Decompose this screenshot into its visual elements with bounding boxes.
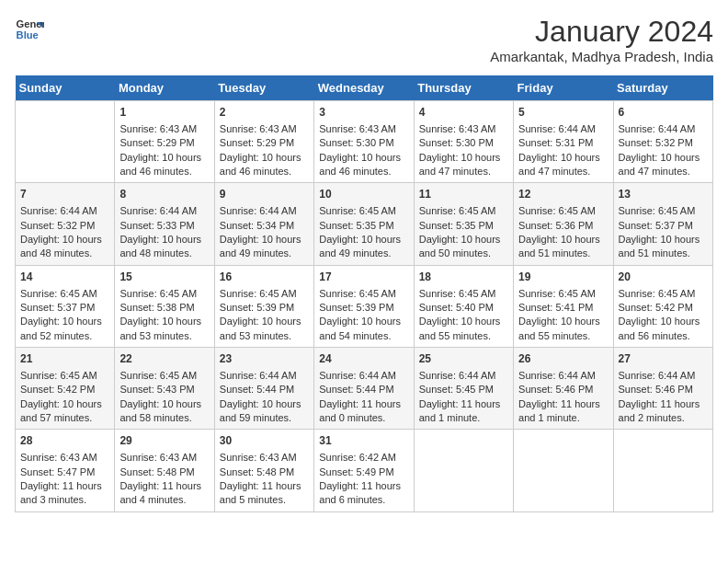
day-info: Sunrise: 6:45 AM — [319, 287, 408, 301]
day-info: Sunrise: 6:44 AM — [319, 369, 408, 383]
day-info: Sunrise: 6:45 AM — [619, 204, 708, 218]
day-info: and 56 minutes. — [619, 329, 708, 343]
day-info: Sunrise: 6:44 AM — [518, 122, 608, 136]
day-info: and 49 minutes. — [319, 247, 408, 260]
day-info: Daylight: 11 hours — [518, 397, 608, 411]
day-number: 25 — [419, 351, 508, 367]
day-info: Sunrise: 6:42 AM — [319, 451, 408, 465]
title-block: January 2024 Amarkantak, Madhya Pradesh,… — [490, 15, 713, 64]
day-info: Sunrise: 6:43 AM — [119, 122, 209, 136]
calendar-cell: 28Sunrise: 6:43 AMSunset: 5:47 PMDayligh… — [16, 430, 115, 511]
day-info: Daylight: 10 hours — [518, 233, 608, 247]
day-info: and 57 minutes. — [20, 411, 109, 425]
day-info: Sunrise: 6:44 AM — [220, 369, 309, 383]
day-info: Daylight: 10 hours — [20, 397, 109, 411]
day-info: and 51 minutes. — [518, 247, 608, 260]
day-number: 29 — [119, 433, 209, 449]
day-info: Sunset: 5:40 PM — [419, 301, 508, 315]
day-number: 27 — [619, 351, 708, 367]
day-number: 21 — [20, 351, 109, 367]
column-header-saturday: Saturday — [613, 75, 712, 101]
calendar-cell: 18Sunrise: 6:45 AMSunset: 5:40 PMDayligh… — [414, 265, 513, 347]
column-header-thursday: Thursday — [414, 75, 513, 101]
day-info: Daylight: 11 hours — [319, 479, 408, 493]
day-info: Daylight: 11 hours — [119, 479, 209, 493]
day-info: Sunset: 5:47 PM — [20, 465, 109, 479]
day-info: and 58 minutes. — [119, 411, 209, 425]
calendar-cell: 25Sunrise: 6:44 AMSunset: 5:45 PMDayligh… — [414, 348, 513, 430]
day-info: Daylight: 10 hours — [220, 151, 309, 165]
day-info: and 59 minutes. — [220, 411, 309, 425]
day-number: 23 — [220, 351, 309, 367]
day-info: Daylight: 10 hours — [319, 315, 408, 328]
day-number: 26 — [518, 351, 608, 367]
day-info: and 55 minutes. — [419, 329, 508, 343]
calendar-cell: 26Sunrise: 6:44 AMSunset: 5:46 PMDayligh… — [514, 348, 613, 430]
day-info: Sunset: 5:48 PM — [220, 465, 309, 479]
day-number: 3 — [319, 105, 408, 121]
calendar-cell: 23Sunrise: 6:44 AMSunset: 5:44 PMDayligh… — [214, 348, 313, 430]
day-info: Daylight: 10 hours — [220, 397, 309, 411]
day-number: 20 — [619, 270, 708, 285]
day-info: and 46 minutes. — [220, 165, 309, 178]
day-info: Sunrise: 6:43 AM — [319, 122, 408, 136]
calendar-cell: 9Sunrise: 6:44 AMSunset: 5:34 PMDaylight… — [214, 183, 313, 265]
day-info: and 5 minutes. — [220, 493, 309, 507]
week-row-1: 1Sunrise: 6:43 AMSunset: 5:29 PMDaylight… — [16, 101, 713, 183]
day-info: Sunset: 5:38 PM — [119, 301, 209, 315]
day-info: and 53 minutes. — [220, 329, 309, 343]
calendar-cell: 27Sunrise: 6:44 AMSunset: 5:46 PMDayligh… — [613, 348, 712, 430]
day-info: Sunset: 5:43 PM — [119, 383, 209, 396]
day-info: and 48 minutes. — [119, 247, 209, 260]
day-number: 22 — [119, 351, 209, 367]
day-info: Sunset: 5:41 PM — [518, 301, 608, 315]
day-info: Sunrise: 6:45 AM — [220, 287, 309, 301]
day-number: 14 — [20, 270, 109, 285]
calendar-header-row: SundayMondayTuesdayWednesdayThursdayFrid… — [16, 75, 713, 101]
day-info: and 3 minutes. — [20, 493, 109, 507]
day-number: 12 — [518, 187, 608, 202]
calendar-cell: 1Sunrise: 6:43 AMSunset: 5:29 PMDaylight… — [115, 101, 214, 183]
calendar-cell: 19Sunrise: 6:45 AMSunset: 5:41 PMDayligh… — [514, 265, 613, 347]
column-header-monday: Monday — [115, 75, 214, 101]
day-info: Sunrise: 6:45 AM — [518, 287, 608, 301]
day-info: and 1 minute. — [518, 411, 608, 425]
day-info: Sunset: 5:36 PM — [518, 219, 608, 233]
calendar-cell: 3Sunrise: 6:43 AMSunset: 5:30 PMDaylight… — [314, 101, 414, 183]
day-info: Sunset: 5:42 PM — [619, 301, 708, 315]
calendar-cell: 11Sunrise: 6:45 AMSunset: 5:35 PMDayligh… — [414, 183, 513, 265]
calendar-cell: 29Sunrise: 6:43 AMSunset: 5:48 PMDayligh… — [115, 430, 214, 511]
day-number: 8 — [119, 187, 209, 202]
day-info: and 49 minutes. — [220, 247, 309, 260]
day-info: Sunset: 5:39 PM — [220, 301, 309, 315]
day-number: 2 — [220, 105, 309, 121]
column-header-friday: Friday — [514, 75, 613, 101]
calendar-cell: 12Sunrise: 6:45 AMSunset: 5:36 PMDayligh… — [514, 183, 613, 265]
day-info: Sunset: 5:35 PM — [319, 219, 408, 233]
day-info: and 6 minutes. — [319, 493, 408, 507]
calendar-cell: 7Sunrise: 6:44 AMSunset: 5:32 PMDaylight… — [16, 183, 115, 265]
day-info: Sunrise: 6:45 AM — [119, 369, 209, 383]
calendar-cell: 21Sunrise: 6:45 AMSunset: 5:42 PMDayligh… — [16, 348, 115, 430]
month-title: January 2024 — [490, 15, 713, 49]
day-number: 11 — [419, 187, 508, 202]
day-info: Sunrise: 6:43 AM — [20, 451, 109, 465]
day-info: Sunrise: 6:44 AM — [119, 204, 209, 218]
day-number: 15 — [119, 270, 209, 285]
day-number: 13 — [619, 187, 708, 202]
day-number: 18 — [419, 270, 508, 285]
svg-text:Blue: Blue — [17, 29, 39, 40]
day-info: Sunset: 5:49 PM — [319, 465, 408, 479]
day-info: Sunset: 5:44 PM — [220, 383, 309, 396]
day-number: 17 — [319, 270, 408, 285]
day-info: and 47 minutes. — [419, 165, 508, 178]
day-info: and 46 minutes. — [319, 165, 408, 178]
day-info: Sunrise: 6:44 AM — [518, 369, 608, 383]
day-info: Sunrise: 6:45 AM — [419, 204, 508, 218]
day-info: Daylight: 10 hours — [619, 233, 708, 247]
day-info: Daylight: 10 hours — [20, 233, 109, 247]
calendar-cell: 16Sunrise: 6:45 AMSunset: 5:39 PMDayligh… — [214, 265, 313, 347]
calendar-cell: 13Sunrise: 6:45 AMSunset: 5:37 PMDayligh… — [613, 183, 712, 265]
day-info: Daylight: 10 hours — [419, 151, 508, 165]
week-row-2: 7Sunrise: 6:44 AMSunset: 5:32 PMDaylight… — [16, 183, 713, 265]
